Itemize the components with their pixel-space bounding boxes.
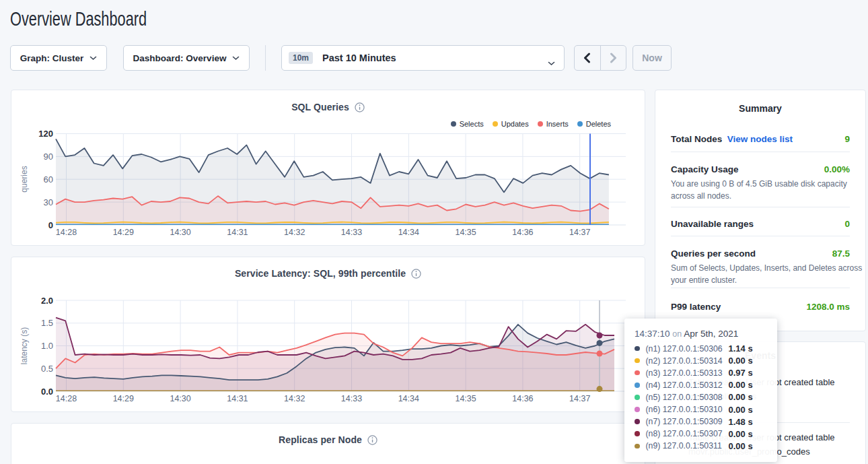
svg-text:14:35: 14:35 [455, 394, 476, 403]
svg-text:14:29: 14:29 [113, 394, 134, 403]
svg-text:14:31: 14:31 [227, 394, 248, 403]
svg-text:14:30: 14:30 [170, 394, 190, 403]
svg-text:1.0: 1.0 [41, 341, 53, 351]
svg-text:14:33: 14:33 [341, 394, 362, 403]
svg-text:14:34: 14:34 [398, 228, 419, 237]
svg-text:14:36: 14:36 [512, 228, 533, 237]
svg-text:0.0: 0.0 [41, 387, 53, 397]
svg-text:0: 0 [48, 220, 53, 230]
svg-text:latency (s): latency (s) [20, 327, 29, 364]
svg-text:queries: queries [20, 166, 29, 192]
svg-text:14:33: 14:33 [341, 228, 362, 237]
svg-text:14:34: 14:34 [398, 394, 419, 403]
svg-text:120: 120 [38, 129, 53, 139]
svg-text:60: 60 [44, 174, 53, 185]
svg-text:14:32: 14:32 [284, 228, 305, 237]
svg-text:14:31: 14:31 [227, 228, 248, 237]
svg-text:14:37: 14:37 [569, 394, 590, 403]
svg-text:30: 30 [44, 197, 53, 207]
svg-text:1.5: 1.5 [41, 318, 53, 328]
svg-text:14:29: 14:29 [113, 228, 134, 237]
svg-text:14:35: 14:35 [455, 228, 476, 237]
svg-text:2.0: 2.0 [41, 296, 53, 306]
svg-text:14:36: 14:36 [512, 394, 533, 403]
svg-text:14:32: 14:32 [284, 394, 305, 403]
svg-text:14:28: 14:28 [56, 228, 77, 237]
svg-text:90: 90 [44, 152, 53, 162]
svg-text:14:37: 14:37 [569, 228, 590, 237]
svg-text:14:30: 14:30 [170, 228, 190, 237]
svg-text:0.5: 0.5 [41, 364, 53, 374]
svg-text:14:28: 14:28 [56, 394, 77, 403]
